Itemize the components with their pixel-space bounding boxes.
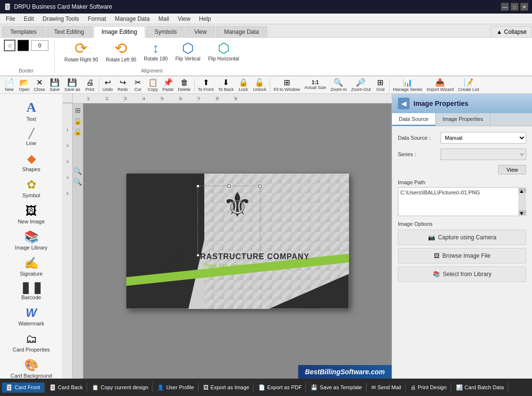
data-source-select[interactable]: Manual <box>441 132 526 144</box>
collapse-button[interactable]: ▲ Collapse <box>491 26 532 37</box>
toolbar-open[interactable]: 📂Open <box>17 77 31 93</box>
menu-edit[interactable]: Edit <box>20 15 38 23</box>
tab-symbols[interactable]: Symbols <box>146 26 185 37</box>
paste-icon: 📌 <box>163 78 173 87</box>
bottom-user-profile[interactable]: 👤 User Profile <box>153 382 198 393</box>
menu-help[interactable]: Help <box>195 15 215 23</box>
scroll-down[interactable]: ▼ <box>519 210 526 215</box>
sidebar-item-symbol[interactable]: ✿ Symbol <box>2 176 61 200</box>
canvas-area[interactable]: 1 2 3 4 5 6 7 8 9 1 2 3 4 5 ⊞ <box>63 94 392 379</box>
sidebar-item-image-library[interactable]: 📚 Image Library <box>2 228 61 252</box>
toolbar-cut[interactable]: ✂Cut <box>131 77 145 93</box>
bottom-card-front[interactable]: 🃏 Card Front <box>2 382 45 393</box>
sidebar-item-card-properties[interactable]: 🗂 Card Properties <box>2 330 61 354</box>
toolbar-save[interactable]: 💾Save <box>47 77 62 93</box>
tab-manage-data[interactable]: Manage Data <box>216 26 267 37</box>
bottom-card-back[interactable]: 🃏 Card Back <box>46 382 87 393</box>
tab-image-editing[interactable]: Image Editing <box>93 26 145 38</box>
toolbar-unlock[interactable]: 🔓Unlock <box>251 77 269 93</box>
toolbar-to-back[interactable]: ⬇To Back <box>216 77 236 93</box>
side-icon-1[interactable]: ⊞ <box>75 106 81 114</box>
bottom-export-pdf[interactable]: 📄 Export as PDF <box>255 382 306 393</box>
bottom-export-image[interactable]: 🖼 Export as Image <box>199 382 254 392</box>
toolbar-to-front[interactable]: ⬆To Front <box>196 77 216 93</box>
ribbon-alignment-items: ⟳ Rotate Right 90 ⟲ Rotate Left 90 ↕ Rot… <box>62 40 241 63</box>
toolbar-new[interactable]: 📄New <box>2 77 16 93</box>
capture-camera-button[interactable]: 📷 Capture using Camera <box>398 230 526 245</box>
toolbar-save-as[interactable]: 💾Save as <box>62 77 82 93</box>
image-path-textarea[interactable] <box>398 187 526 216</box>
tab-text-editing[interactable]: Text Editing <box>46 26 92 37</box>
sidebar-item-watermark[interactable]: W Watermark <box>2 304 61 328</box>
toolbar-copy[interactable]: 📋Copy <box>146 77 160 93</box>
toolbar-zoom-in[interactable]: 🔍Zoom-In <box>329 77 349 93</box>
side-icon-5[interactable]: 🔍 <box>74 178 82 186</box>
minimize-button[interactable]: — <box>501 3 509 11</box>
side-icon-2[interactable]: 🔒 <box>74 117 82 125</box>
toolbar-create-list[interactable]: 📝Create List <box>456 77 481 93</box>
toolbar-fit-window[interactable]: ⊞Fit to Window <box>272 77 302 93</box>
rotate-left-90-button[interactable]: ⟲ Rotate Left 90 <box>104 40 138 63</box>
rotate-right-90-button[interactable]: ⟳ Rotate Right 90 <box>62 40 100 63</box>
close-button[interactable]: ✕ <box>520 3 528 11</box>
sidebar-item-text[interactable]: A Text <box>2 98 61 124</box>
toolbar-import-wizard[interactable]: 📥Import Wizard <box>425 77 456 93</box>
sidebar-item-signature[interactable]: ✍ Signature <box>2 254 61 279</box>
bottom-copy-design[interactable]: 📋 Copy current design <box>88 382 152 393</box>
zoom-out-icon: 🔎 <box>356 78 365 87</box>
flip-vertical-label: Flip Vertical <box>175 56 200 61</box>
menu-drawing-tools[interactable]: Drawing Tools <box>39 15 83 23</box>
sidebar-item-new-image[interactable]: 🖼 New Image <box>2 202 61 226</box>
export-image-icon: 🖼 <box>203 384 209 390</box>
to-front-icon: ⬆ <box>203 78 209 87</box>
sidebar-item-barcode[interactable]: ▐▌▐▌ Barcode <box>2 280 61 302</box>
scroll-up[interactable]: ▲ <box>519 188 526 193</box>
rotate-180-button[interactable]: ↕ Rotate 180 <box>142 41 169 62</box>
ruler-left-5: 5 <box>66 191 68 196</box>
toolbar-lock[interactable]: 🔒Lock <box>236 77 251 93</box>
panel-back-button[interactable]: ◀ <box>398 98 410 109</box>
menu-manage-data[interactable]: Manage Data <box>111 15 153 23</box>
panel-tab-image-properties[interactable]: Image Properties <box>436 113 490 126</box>
bottom-print-design[interactable]: 🖨 Print Design <box>407 382 451 392</box>
panel-tab-data-source[interactable]: Data Source <box>392 113 436 126</box>
toolbar-grid[interactable]: ⊞Grid <box>373 77 388 93</box>
browse-icon: 🖼 <box>434 252 440 259</box>
canvas-background[interactable]: ⚜ ABC INFRASTRUCTURE COMPANY Think Big, … <box>83 103 392 379</box>
toolbar-manage-series[interactable]: 📊Manage Series <box>391 77 425 93</box>
border-color-swatch[interactable] <box>17 40 29 51</box>
toolbar-redo[interactable]: ↪Redo <box>116 77 130 93</box>
border-style-selector[interactable]: ⊞ <box>4 40 15 51</box>
bottom-card-batch[interactable]: 📊 Card Batch Data <box>452 382 508 393</box>
browse-image-button[interactable]: 🖼 Browse Image File <box>398 248 526 264</box>
toolbar-undo[interactable]: ↩Undo <box>101 77 115 93</box>
menu-view[interactable]: View <box>174 15 194 23</box>
sidebar-item-line[interactable]: ╱ Line <box>2 126 61 148</box>
title-bar-controls[interactable]: — □ ✕ <box>501 3 528 11</box>
select-library-button[interactable]: 📚 Select from Library <box>398 266 526 282</box>
bottom-send-mail[interactable]: ✉ Send Mail <box>367 382 406 393</box>
flip-vertical-button[interactable]: ⬡ Flip Vertical <box>173 41 202 62</box>
sidebar-item-card-background[interactable]: 🎨 Card Background <box>2 356 61 379</box>
menu-file[interactable]: File <box>2 15 19 23</box>
scrollbar[interactable]: ▲ ▼ <box>518 187 526 216</box>
bottom-save-template[interactable]: 💾 Save as Template <box>307 382 366 393</box>
toolbar-actual-size[interactable]: 1:1Actual Size <box>303 79 328 91</box>
series-select[interactable] <box>441 148 526 160</box>
toolbar-delete[interactable]: 🗑Delete <box>176 77 193 93</box>
tab-templates[interactable]: Templates <box>2 26 45 37</box>
view-button[interactable]: View <box>498 165 526 175</box>
toolbar-print[interactable]: 🖨Print <box>83 77 97 93</box>
border-width-input[interactable] <box>31 40 48 51</box>
maximize-button[interactable]: □ <box>511 3 518 11</box>
side-icon-3[interactable]: 🔒 <box>74 128 82 135</box>
tab-view[interactable]: View <box>186 26 215 37</box>
menu-mail[interactable]: Mail <box>154 15 173 23</box>
toolbar-close[interactable]: ✕Close <box>32 77 47 93</box>
side-icon-4[interactable]: 🔍 <box>74 167 82 175</box>
sidebar-item-shapes[interactable]: ◆ Shapes <box>2 150 61 174</box>
toolbar-zoom-out[interactable]: 🔎Zoom-Out <box>349 77 373 93</box>
toolbar-paste[interactable]: 📌Paste <box>161 77 176 93</box>
flip-horizontal-button[interactable]: ⬡ Flip Horizontal <box>206 41 241 62</box>
menu-format[interactable]: Format <box>84 15 110 23</box>
